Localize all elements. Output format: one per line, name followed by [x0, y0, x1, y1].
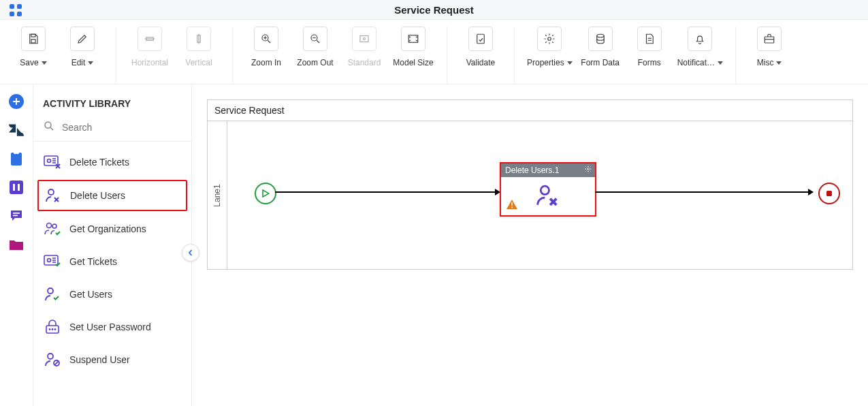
svg-point-18: [364, 38, 366, 40]
chevron-down-icon: [42, 61, 47, 65]
forms-button[interactable]: Forms: [628, 27, 671, 67]
validate-button[interactable]: Validate: [460, 27, 502, 67]
svg-point-50: [48, 259, 51, 262]
lanes: Lane1 Delete Users.1: [208, 121, 852, 269]
notifications-button[interactable]: Notificat…: [677, 27, 723, 67]
organization-icon: [44, 221, 61, 236]
end-node[interactable]: [818, 183, 840, 204]
chat-icon[interactable]: [7, 207, 25, 225]
svg-rect-20: [477, 34, 485, 44]
svg-rect-5: [31, 40, 35, 43]
collapse-sidebar-button[interactable]: [182, 244, 199, 262]
activity-item-label: Delete Users: [70, 190, 125, 201]
model-size-button[interactable]: Model Size: [392, 27, 434, 67]
svg-point-63: [588, 168, 590, 170]
chevron-down-icon: [567, 61, 573, 65]
start-node[interactable]: [255, 183, 276, 204]
folder-icon[interactable]: [7, 236, 25, 253]
chevron-down-icon: [776, 61, 782, 65]
activity-item-get-organizations[interactable]: Get Organizations: [37, 214, 187, 244]
canvas-title: Service Request: [208, 100, 852, 121]
activity-item-delete-users[interactable]: Delete Users: [37, 180, 187, 211]
activity-item-label: Suspend User: [69, 354, 130, 365]
properties-label: Properties: [527, 58, 564, 67]
edge[interactable]: [275, 191, 500, 193]
pause-icon[interactable]: [7, 178, 25, 196]
svg-point-38: [48, 159, 51, 163]
activity-item-get-tickets[interactable]: Get Tickets: [37, 247, 187, 277]
svg-point-57: [52, 328, 54, 330]
zoom-in-icon: [254, 27, 278, 51]
svg-line-11: [268, 40, 270, 43]
add-button[interactable]: [7, 93, 25, 110]
svg-line-61: [54, 361, 59, 365]
activity-delete-users[interactable]: Delete Users.1: [500, 162, 596, 217]
align-vertical-icon: [187, 27, 211, 51]
svg-marker-62: [263, 190, 269, 197]
user-get-icon: [44, 287, 61, 302]
save-label: Save: [20, 58, 38, 67]
svg-line-15: [317, 40, 319, 43]
properties-button[interactable]: Properties: [527, 27, 573, 67]
activity-library-title: ACTIVITY LIBRARY: [33, 84, 191, 116]
svg-point-35: [45, 122, 51, 128]
misc-button[interactable]: Misc: [748, 27, 790, 67]
activity-gear-icon[interactable]: [584, 165, 592, 175]
activity-list: Delete Tickets Delete Users Get Organiza…: [33, 142, 191, 380]
edit-button[interactable]: Edit: [61, 27, 103, 67]
chevron-down-icon: [718, 61, 723, 65]
form-data-label: Form Data: [581, 58, 620, 67]
search-input[interactable]: [61, 121, 182, 134]
bell-icon: [688, 27, 712, 51]
standard-zoom-icon: [352, 27, 376, 51]
notifications-label: Notificat…: [677, 58, 715, 67]
svg-rect-65: [511, 202, 513, 206]
svg-line-36: [50, 127, 53, 130]
model-size-icon: [401, 27, 425, 51]
nav-rail: [0, 84, 33, 406]
align-vertical-label: Vertical: [185, 58, 212, 67]
activity-item-suspend-user[interactable]: Suspend User: [37, 345, 187, 375]
svg-point-56: [49, 328, 51, 330]
activity-title: Delete Users.1: [505, 166, 559, 175]
zoom-in-button[interactable]: Zoom In: [245, 27, 287, 67]
form-data-button[interactable]: Form Data: [579, 27, 622, 67]
validate-icon: [468, 27, 493, 51]
form-icon: [637, 27, 662, 51]
svg-point-59: [48, 354, 53, 359]
lane-label-text: Lane1: [212, 184, 222, 206]
svg-rect-33: [13, 213, 20, 214]
svg-rect-1: [17, 4, 22, 9]
activity-item-get-users[interactable]: Get Users: [37, 279, 187, 309]
workflow-canvas[interactable]: Service Request Lane1 Delete Users.1: [207, 99, 853, 270]
user-suspend-icon: [44, 352, 61, 367]
clipboard-icon[interactable]: [7, 150, 25, 168]
workflow-canvas-wrap: Service Request Lane1 Delete Users.1: [192, 84, 868, 406]
svg-point-58: [54, 328, 57, 330]
activity-item-delete-tickets[interactable]: Delete Tickets: [37, 147, 187, 177]
svg-rect-32: [18, 184, 20, 191]
ticket-delete-icon: [44, 155, 61, 170]
zoom-standard-button: Standard: [343, 27, 385, 67]
lane[interactable]: Delete Users.1: [227, 121, 852, 269]
pencil-icon: [70, 27, 95, 51]
ticket-get-icon: [44, 254, 61, 269]
zoom-out-button[interactable]: Zoom Out: [294, 27, 336, 67]
validate-label: Validate: [466, 58, 495, 67]
zendesk-icon[interactable]: [7, 121, 25, 139]
lane-label: Lane1: [208, 121, 227, 269]
save-button[interactable]: Save: [12, 27, 54, 67]
edge[interactable]: [595, 191, 813, 193]
svg-point-67: [541, 186, 549, 194]
warning-icon: [507, 200, 517, 211]
activity-item-set-user-password[interactable]: Set User Password: [37, 312, 187, 342]
toolbox-icon: [757, 27, 782, 51]
lock-password-icon: [44, 319, 61, 334]
page-title: Service Request: [394, 4, 474, 16]
activity-item-label: Set User Password: [69, 322, 151, 332]
apps-icon[interactable]: [10, 4, 22, 18]
svg-rect-4: [31, 34, 35, 37]
svg-rect-70: [826, 191, 832, 196]
activity-item-label: Get Users: [69, 289, 112, 300]
svg-point-47: [47, 223, 52, 228]
